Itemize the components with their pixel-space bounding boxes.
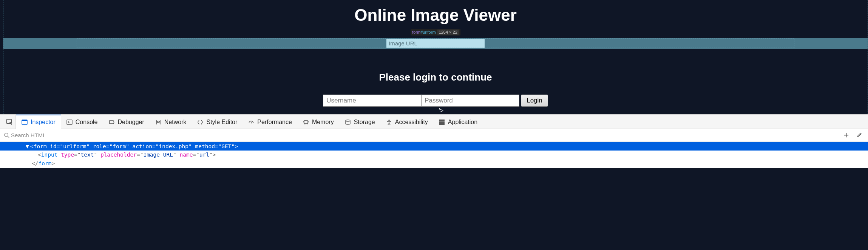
svg-rect-15: [443, 123, 445, 125]
tab-memory[interactable]: Memory: [297, 115, 339, 129]
devtools-toolbar: Inspector Console Debugger Network Style…: [0, 115, 868, 129]
image-url-input[interactable]: [386, 39, 485, 48]
search-icon: [4, 132, 9, 138]
url-form-highlight: [3, 38, 868, 49]
picker-icon: [6, 118, 13, 125]
memory-icon: [303, 119, 309, 126]
element-picker-button[interactable]: [3, 115, 16, 129]
search-html-input[interactable]: [11, 132, 842, 138]
plus-icon: [843, 132, 849, 138]
tab-label: Debugger: [118, 119, 144, 126]
html-node-input[interactable]: <input type="text" placeholder="Image UR…: [0, 151, 868, 159]
performance-icon: [248, 119, 255, 126]
tab-label: Style Editor: [206, 119, 237, 126]
svg-rect-8: [441, 120, 443, 121]
svg-rect-11: [441, 121, 443, 123]
tab-label: Storage: [354, 119, 375, 126]
svg-point-5: [346, 120, 350, 121]
svg-rect-4: [304, 121, 308, 124]
tooltip-id: #urlform: [420, 30, 436, 34]
svg-point-16: [5, 133, 8, 136]
svg-rect-10: [439, 121, 441, 123]
inspector-icon: [21, 119, 28, 126]
tab-label: Application: [448, 119, 477, 126]
svg-rect-13: [439, 123, 441, 125]
tooltip-dimensions: 1264 × 22: [437, 30, 459, 35]
html-node-form[interactable]: ▼<form id="urlform" role="form" action="…: [0, 142, 868, 151]
tab-performance[interactable]: Performance: [242, 115, 297, 129]
login-form: Login: [3, 95, 868, 107]
tab-application[interactable]: Application: [433, 115, 483, 129]
tab-label: Accessibility: [395, 119, 428, 126]
html-node-form-close[interactable]: </form>: [0, 159, 868, 168]
password-input[interactable]: [421, 95, 519, 107]
tab-style-editor[interactable]: Style Editor: [192, 115, 242, 129]
storage-icon: [344, 119, 351, 126]
tab-storage[interactable]: Storage: [339, 115, 380, 129]
tooltip-tag: form: [412, 30, 420, 34]
page-title: Online Image Viewer: [3, 6, 868, 25]
tab-label: Console: [76, 119, 98, 126]
eyedropper-icon: [856, 132, 862, 138]
tab-inspector[interactable]: Inspector: [16, 115, 61, 129]
add-element-button[interactable]: [842, 130, 851, 140]
svg-point-6: [388, 120, 390, 121]
tab-label: Performance: [257, 119, 292, 126]
svg-rect-2: [22, 120, 27, 121]
accessibility-icon: [386, 119, 392, 126]
devtools-panel: Inspector Console Debugger Network Style…: [0, 114, 868, 168]
svg-rect-14: [441, 123, 443, 125]
url-form: [77, 39, 794, 48]
style-editor-icon: [197, 119, 204, 126]
console-icon: [66, 119, 73, 126]
tab-accessibility[interactable]: Accessibility: [380, 115, 433, 129]
page-viewport: Online Image Viewer form#urlform 1264 × …: [3, 0, 868, 114]
network-icon: [155, 119, 162, 126]
svg-rect-9: [443, 120, 445, 121]
username-input[interactable]: [323, 95, 421, 107]
application-icon: [439, 119, 445, 126]
tab-debugger[interactable]: Debugger: [103, 115, 150, 129]
stray-markup-text: '>: [15, 107, 868, 114]
tab-console[interactable]: Console: [61, 115, 103, 129]
tab-label: Memory: [312, 119, 334, 126]
svg-rect-12: [443, 121, 445, 123]
tab-network[interactable]: Network: [150, 115, 192, 129]
html-tree[interactable]: ▼<form id="urlform" role="form" action="…: [0, 141, 868, 168]
tab-label: Network: [164, 119, 187, 126]
svg-rect-7: [439, 120, 441, 121]
login-button[interactable]: Login: [521, 95, 548, 107]
debugger-icon: [108, 119, 115, 126]
html-search-bar: [0, 129, 868, 141]
tab-label: Inspector: [31, 119, 56, 126]
eyedropper-button[interactable]: [855, 130, 864, 140]
element-highlight-tooltip: form#urlform 1264 × 22: [411, 29, 460, 36]
login-heading: Please login to continue: [3, 71, 868, 83]
